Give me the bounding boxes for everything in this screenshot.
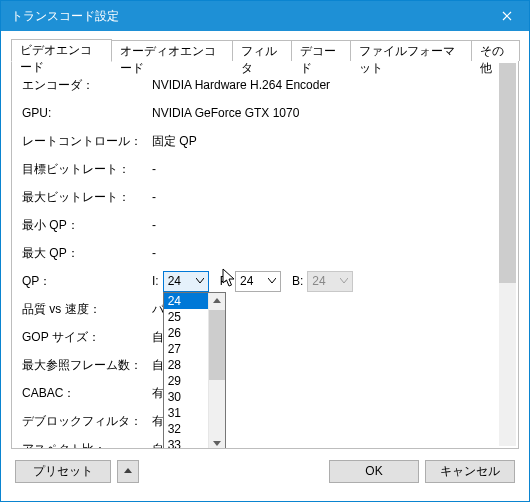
dropdown-item[interactable]: 26 [164,325,208,341]
max-bitrate-label: 最大ビットレート： [22,189,152,206]
dropdown-list: 24 25 26 27 28 29 30 31 32 33 [164,293,208,449]
qp-i-value: 24 [168,274,181,288]
ok-button[interactable]: OK [329,460,419,483]
chevron-up-icon [124,468,132,474]
qp-b-combo: 24 [307,271,353,292]
target-bitrate-label: 目標ビットレート： [22,161,152,178]
client-area: ビデオエンコード オーディオエンコード フィルタ デコード ファイルフォーマット… [1,31,529,501]
panel-body: エンコーダ：NVIDIA Hardware H.264 Encoder GPU:… [22,71,496,448]
panel-scroll-thumb[interactable] [499,63,516,283]
tab-audio-encode[interactable]: オーディオエンコード [111,40,233,61]
tab-filter[interactable]: フィルタ [232,40,292,61]
scroll-down-icon[interactable] [209,436,225,449]
dropdown-item[interactable]: 25 [164,309,208,325]
tab-file-format[interactable]: ファイルフォーマット [350,40,472,61]
gpu-label: GPU: [22,106,152,120]
aspect-ratio-label: アスペクト比： [22,441,152,449]
qp-b-value: 24 [312,274,325,288]
transcode-settings-window: トランスコード設定 ビデオエンコード オーディオエンコード フィルタ デコード … [0,0,530,502]
qp-i-combo[interactable]: 24 24 25 26 27 28 29 30 [163,271,209,292]
dropdown-item[interactable]: 24 [164,293,208,309]
qp-b-label: B: [292,274,304,288]
chevron-down-icon [192,272,208,291]
gpu-value: NVIDIA GeForce GTX 1070 [152,106,496,120]
rate-control-value: 固定 QP [152,133,496,150]
qp-group: I: 24 24 25 26 27 28 [152,271,496,292]
tab-other[interactable]: その他 [471,40,520,61]
panel-scrollbar[interactable] [499,63,516,446]
chevron-down-icon [336,272,352,291]
max-qp-value: - [152,246,496,260]
preset-button[interactable]: プリセット [15,460,111,483]
qp-p-label: P: [220,274,232,288]
dropdown-item[interactable]: 33 [164,437,208,449]
dropdown-scroll-thumb[interactable] [209,310,225,380]
dropdown-item[interactable]: 28 [164,357,208,373]
button-bar: プリセット OK キャンセル [11,449,519,493]
preset-menu-button[interactable] [117,460,139,483]
min-qp-label: 最小 QP： [22,217,152,234]
tab-decode[interactable]: デコード [291,40,351,61]
title-bar[interactable]: トランスコード設定 [1,1,529,31]
max-bitrate-value: - [152,190,496,204]
tab-video-encode[interactable]: ビデオエンコード [11,39,112,62]
min-qp-value: - [152,218,496,232]
encoder-value: NVIDIA Hardware H.264 Encoder [152,78,496,92]
rate-control-label: レートコントロール： [22,133,152,150]
gop-size-label: GOP サイズ： [22,329,152,346]
qp-i-label: I: [152,274,160,288]
max-qp-label: 最大 QP： [22,245,152,262]
chevron-down-icon [264,272,280,291]
dropdown-item[interactable]: 27 [164,341,208,357]
close-icon [502,11,512,21]
ref-frames-label: 最大参照フレーム数： [22,357,152,374]
dropdown-item[interactable]: 31 [164,405,208,421]
qp-i-dropdown[interactable]: 24 25 26 27 28 29 30 31 32 33 [163,292,226,449]
quality-speed-label: 品質 vs 速度： [22,301,152,318]
dropdown-item[interactable]: 29 [164,373,208,389]
deblock-label: デブロックフィルタ： [22,413,152,430]
dropdown-scrollbar[interactable] [208,293,225,449]
cabac-label: CABAC： [22,385,152,402]
scroll-up-icon[interactable] [209,293,225,310]
encoder-label: エンコーダ： [22,77,152,94]
window-title: トランスコード設定 [11,8,484,25]
qp-label: QP： [22,273,152,290]
tab-strip: ビデオエンコード オーディオエンコード フィルタ デコード ファイルフォーマット… [11,39,519,61]
qp-p-value: 24 [240,274,253,288]
dropdown-item[interactable]: 30 [164,389,208,405]
target-bitrate-value: - [152,162,496,176]
video-encode-panel: エンコーダ：NVIDIA Hardware H.264 Encoder GPU:… [11,60,519,449]
close-button[interactable] [484,1,529,31]
dropdown-item[interactable]: 32 [164,421,208,437]
cancel-button[interactable]: キャンセル [425,460,515,483]
qp-p-combo[interactable]: 24 [235,271,281,292]
